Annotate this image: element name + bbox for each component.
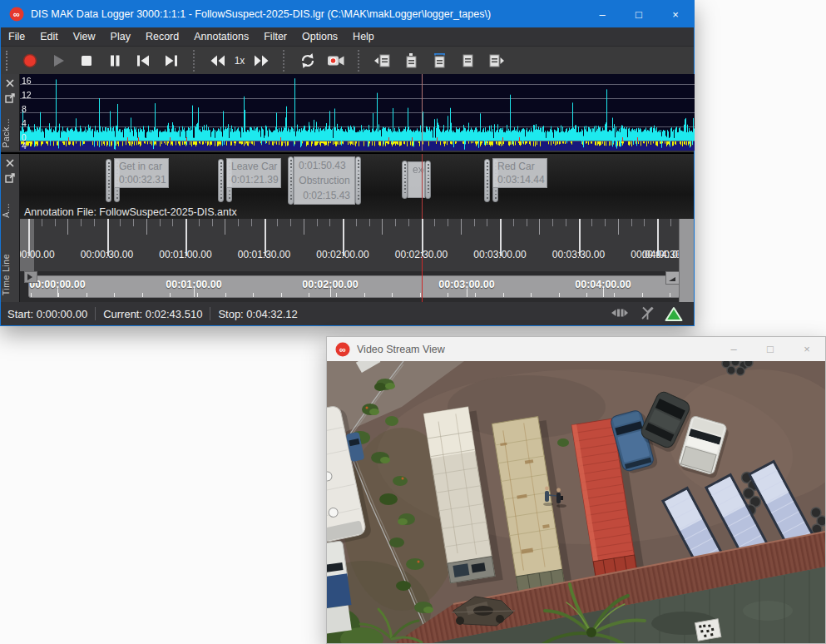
log-info-button[interactable]	[455, 49, 480, 72]
overview-tick	[114, 293, 115, 297]
overview-tick	[586, 293, 587, 297]
status-start: Start: 0:00:00.00	[7, 308, 87, 320]
slower-button[interactable]	[205, 49, 230, 72]
record-video-button[interactable]	[324, 49, 349, 72]
maximize-button[interactable]: □	[752, 337, 789, 361]
overview-left-handle[interactable]	[24, 271, 37, 283]
close-panel-icon[interactable]	[4, 77, 16, 89]
menu-options[interactable]: Options	[294, 27, 345, 46]
overview-tick	[614, 293, 615, 297]
prev-log-button[interactable]	[370, 49, 395, 72]
video-titlebar[interactable]: ∞ Video Stream View – □ ×	[327, 337, 825, 362]
doc-bracket-icon	[430, 53, 448, 68]
toolbar-grip[interactable]	[6, 51, 9, 71]
qr-box	[695, 619, 720, 642]
stop-button[interactable]	[74, 49, 99, 72]
annotation-pole[interactable]	[402, 161, 408, 199]
packet-flow-icon[interactable]	[611, 306, 629, 320]
packet-waveform[interactable]	[19, 74, 695, 151]
annotation-pole[interactable]	[484, 159, 490, 202]
timeline-right-strip[interactable]	[679, 219, 694, 302]
eject-log-button[interactable]	[398, 49, 423, 72]
maximize-button[interactable]: □	[621, 1, 657, 27]
skip-to-start-button[interactable]	[131, 49, 156, 72]
menu-filter[interactable]: Filter	[256, 27, 294, 46]
skip-to-end-button[interactable]	[159, 49, 184, 72]
ruler-left-strip	[20, 219, 34, 271]
svg-text:∞: ∞	[13, 9, 20, 19]
close-button[interactable]: ×	[657, 1, 694, 27]
annotation-pole[interactable]	[106, 159, 111, 202]
ruler-tick	[448, 219, 448, 226]
packets-panel-gutter: Pack...	[1, 74, 20, 151]
y-axis-tick: 4	[22, 119, 27, 127]
close-panel-icon[interactable]	[4, 157, 16, 169]
ruler-tick	[290, 219, 291, 226]
record-button[interactable]	[17, 49, 42, 72]
faster-button[interactable]	[249, 49, 274, 72]
minimize-button[interactable]: –	[584, 1, 621, 27]
current-log-button[interactable]	[427, 49, 452, 72]
y-axis-tick: 16	[22, 77, 32, 85]
menu-view[interactable]: View	[66, 27, 103, 46]
toolbar-separator	[193, 50, 196, 72]
stop-icon	[78, 52, 95, 69]
close-button[interactable]: ×	[789, 337, 825, 361]
annotation-flag[interactable]: Get in car0:00:32.31	[114, 158, 169, 188]
minimize-button[interactable]: –	[715, 337, 752, 361]
menu-record[interactable]: Record	[138, 27, 186, 46]
playhead-waveform[interactable]	[422, 74, 423, 151]
timeline-overview[interactable]: 00:00:00.0000:01:00.0000:02:00.0000:03:0…	[19, 271, 694, 302]
annotation-flag[interactable]: Red Car0:03:14.44	[492, 158, 547, 188]
annotation-flag[interactable]: 0:01:50.43Obstruction0:02:15.43	[294, 156, 355, 205]
ruler-tick	[474, 219, 475, 226]
annotation-pole[interactable]	[355, 156, 361, 205]
y-axis-tick: 12	[22, 91, 32, 99]
ruler-tick	[329, 219, 330, 226]
menu-file[interactable]: File	[1, 27, 32, 46]
annotation-pole[interactable]	[218, 159, 224, 202]
loop-button[interactable]	[295, 49, 320, 72]
app-logo-icon: ∞	[335, 342, 350, 357]
annotation-pole[interactable]	[288, 156, 294, 205]
ruler-tick	[133, 219, 134, 226]
overview-tick	[197, 293, 198, 297]
annotation-pole[interactable]	[425, 161, 431, 199]
video-camera-icon	[326, 52, 346, 69]
overview-tick	[603, 288, 604, 297]
overview-tick	[31, 293, 32, 297]
annotation-flag[interactable]: Leave Car0:01:21.39	[226, 158, 281, 188]
ruler-tick	[408, 219, 409, 226]
ruler-tick	[527, 219, 527, 226]
play-button[interactable]	[46, 49, 71, 72]
ruler-label: 00:00:30.00	[70, 249, 145, 260]
next-log-button[interactable]	[483, 49, 508, 72]
popout-panel-icon[interactable]	[4, 92, 16, 104]
ruler-tick	[631, 219, 632, 226]
playhead-overview[interactable]	[422, 271, 423, 302]
popout-panel-icon[interactable]	[4, 172, 16, 184]
menu-help[interactable]: Help	[345, 27, 382, 46]
menu-edit[interactable]: Edit	[32, 27, 66, 46]
overview-tick	[503, 293, 504, 297]
ruler-tick	[120, 219, 121, 226]
pause-button[interactable]	[102, 49, 127, 72]
logger-titlebar[interactable]: ∞ DIS MAK Data Logger 3000:1:1:1 - Follo…	[1, 1, 694, 27]
overview-tick	[170, 293, 171, 297]
play-icon	[50, 52, 67, 69]
annotation-file-label: Annotation File: FollowSuspect-2025-DIS.…	[24, 206, 237, 218]
fast-forward-icon	[252, 52, 270, 69]
toolbar: 1x	[1, 47, 694, 75]
annotations-panel-label: A...	[1, 203, 19, 218]
no-signal-icon[interactable]	[640, 306, 655, 320]
app-logo-icon: ∞	[9, 7, 24, 22]
menu-play[interactable]: Play	[103, 27, 138, 46]
overview-tick	[670, 293, 670, 297]
timeline-ruler[interactable]: 00:00:00.0000:00:30.0000:01:00.0000:01:3…	[19, 219, 694, 271]
ruler-tick	[317, 219, 318, 226]
overview-tick	[531, 293, 532, 297]
overview-tick	[420, 293, 421, 297]
menu-annotations[interactable]: Annotations	[186, 27, 256, 46]
doc-eject-icon	[402, 53, 420, 68]
skip-to-end-icon	[162, 52, 181, 69]
